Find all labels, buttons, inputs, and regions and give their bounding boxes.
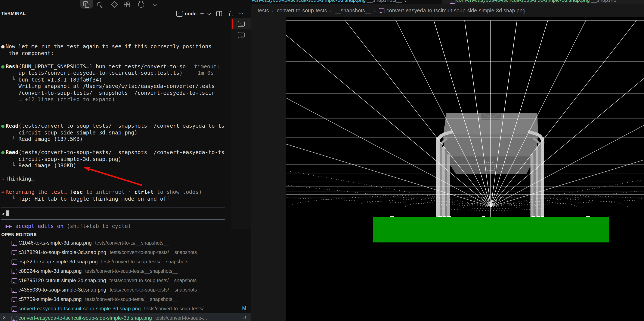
terminal-icon: ›_ xyxy=(238,21,244,27)
file-name: convert-easyeda-to-tscircuit-soup-side-s… xyxy=(18,315,152,321)
file-path: tests/convert-to-soup-tests/__snapshots_… xyxy=(101,259,250,264)
terminal-line: /convert-to-soup-tests/__snapshots__/con… xyxy=(0,89,230,96)
open-editor-row[interactable]: C1046-to-ts-simple-3d.snap.pngtests/conv… xyxy=(0,238,250,248)
file-path: tests/convert-to-soup-tests/__snapshots_… xyxy=(85,297,250,302)
open-editor-row[interactable]: c88224-simple-3d.snap.pngtests/convert-t… xyxy=(0,266,250,276)
extensions-icon[interactable] xyxy=(120,0,132,9)
terminal-text: the component: xyxy=(6,50,54,56)
solder-pad xyxy=(447,216,450,217)
close-icon[interactable]: × xyxy=(2,315,7,321)
terminal-line: ∴Thinking… xyxy=(0,175,230,182)
open-editor-row[interactable]: esp32-to-soup-simple-3d.snap.pngtests/co… xyxy=(0,257,250,266)
terminal-text: (tests/convert-to-soup-tests/__snapshots… xyxy=(18,123,224,129)
terminal-text: circuit-soup-side-simple-3d.snap.png) xyxy=(6,129,138,136)
terminal-line xyxy=(0,182,230,189)
terminal-line xyxy=(0,116,230,123)
terminal-line: up-tests/convert-easyeda-to-tscircuit-so… xyxy=(0,70,230,76)
open-editor-row[interactable]: c3178291-to-soup-simple-3d.snap.pngtests… xyxy=(0,248,250,257)
solder-pad xyxy=(536,216,540,217)
open-editor-row[interactable]: c4355039-to-soup-simple-3d.snap.pngtests… xyxy=(0,285,250,295)
tab-label-part: __snapshots__ xyxy=(366,0,402,3)
open-editor-row[interactable]: c19795120-cutout-simple-3d.snap.pngtests… xyxy=(0,276,250,285)
open-editor-row[interactable]: c57759-simple-3d.snap.pngtests/convert-t… xyxy=(0,295,250,304)
text-cursor xyxy=(6,210,9,216)
terminal-line: circuit-soup-side-simple-3d.snap.png) xyxy=(0,129,230,136)
shell-label[interactable]: node xyxy=(185,10,196,17)
search-icon[interactable] xyxy=(94,0,106,9)
terminal-line: ●Bash(BUN_UPDATE_SNAPSHOTS=1 bun test te… xyxy=(0,63,230,70)
snapshot-3d-image xyxy=(286,17,644,321)
pcb-board xyxy=(372,216,608,242)
breadcrumb-item[interactable]: __snapshots__ xyxy=(334,7,371,13)
terminal-text: └ xyxy=(6,195,18,202)
breadcrumb-separator-icon: › xyxy=(330,7,332,13)
editor-tab-active[interactable]: convert-easyeda-to-tscircuit-soup-side-s… xyxy=(442,0,644,4)
breadcrumb: tests›convert-to-soup-tests›__snapshots_… xyxy=(258,7,526,13)
more-actions-icon[interactable]: ⋯ xyxy=(238,10,244,17)
image-file-icon xyxy=(12,278,17,283)
app-window: TERMINAL ›_ node + ⋯ ●Now let me run the… xyxy=(0,0,644,321)
terminal-text: Tip: Hit tab to toggle thinking mode on … xyxy=(18,195,170,202)
breadcrumb-item[interactable]: tests xyxy=(258,7,269,13)
open-editors-section: OPEN EDITORS C1046-to-ts-simple-3d.snap.… xyxy=(0,229,250,321)
chevron-down-icon[interactable] xyxy=(149,0,161,9)
terminal-text: Bash xyxy=(6,63,18,69)
open-editor-row[interactable]: convert-easyeda-to-tscircuit-soup-simple… xyxy=(0,304,250,313)
terminal-text: bun test v1.3.1 (89fa0f34) xyxy=(18,76,102,83)
terminal-text: /convert-to-soup-tests/__snapshots__/con… xyxy=(6,89,215,96)
tab-label: vert-easyeda-to-tscircuit-soup-simple-3d… xyxy=(252,0,408,3)
terminal-lines: ●Now let me run the test again to see if… xyxy=(0,43,230,202)
files-icon[interactable] xyxy=(80,0,92,9)
terminal-line xyxy=(0,142,230,149)
terminal-session[interactable]: ›_ xyxy=(231,18,251,29)
terminal-line: └ Tip: Hit tab to toggle thinking mode o… xyxy=(0,195,230,202)
file-path: tests/convert-to-soup-tests/__snapshots_… xyxy=(110,287,250,292)
terminal-line: the component: xyxy=(0,50,230,56)
solder-pad xyxy=(443,216,446,217)
terminal-text: ( xyxy=(67,189,73,195)
open-editors-title: OPEN EDITORS xyxy=(1,232,37,237)
terminal-text: 1m 0s xyxy=(198,70,214,76)
terminal-text: timeout: xyxy=(194,63,220,70)
terminal-text: Read xyxy=(6,149,18,155)
kill-terminal-icon[interactable] xyxy=(228,10,233,17)
terminal-line xyxy=(0,103,230,109)
terminal-text: circuit-soup-simple-3d.snap.png) xyxy=(6,156,122,162)
terminal-text: ● xyxy=(1,63,4,70)
new-terminal-button[interactable]: + xyxy=(200,10,204,17)
terminal-text: Now let me run the test again to see if … xyxy=(6,43,212,49)
tab-label-part: vert-easyeda-to-tscircuit-soup-simple-3d… xyxy=(252,0,366,3)
breadcrumb-separator-icon: › xyxy=(272,7,274,13)
terminal-dropdown-icon[interactable] xyxy=(208,10,210,17)
terminal-text: (BUN_UPDATE_SNAPSHOTS=1 bun test tests/c… xyxy=(18,63,186,69)
terminal-line: ✳Rerunning the test… (esc to interrupt ·… xyxy=(0,189,230,195)
terminal-session[interactable]: ›_ xyxy=(231,29,251,40)
terminal-icon: ›_ xyxy=(176,10,183,17)
file-name: c19795120-cutout-simple-3d.snap.png xyxy=(18,278,106,284)
terminal-error-indicator xyxy=(232,19,233,29)
terminal-line: ●Read(tests/convert-to-soup-tests/__snap… xyxy=(0,149,230,156)
terminal-panel-title: TERMINAL xyxy=(1,11,26,16)
image-file-icon xyxy=(12,297,17,302)
open-editor-row[interactable]: ×convert-easyeda-to-tscircuit-soup-side-… xyxy=(0,313,250,321)
file-path: tests/convert-to-soup-tests/__snapshots_… xyxy=(85,269,250,274)
accept-edits-toggle[interactable]: ▶▶ accept edits on (shift+tab to cycle) xyxy=(6,223,131,229)
terminal-text: … +12 lines (ctrl+o to expand) xyxy=(18,96,115,102)
image-file-icon xyxy=(12,306,17,312)
solder-pad xyxy=(390,216,394,217)
split-terminal-icon[interactable] xyxy=(216,10,222,17)
terminal-text: ● xyxy=(1,149,4,156)
image-viewer-pane xyxy=(251,17,644,321)
github-icon[interactable] xyxy=(135,0,147,9)
file-path: tests/convert-to-soup-tests/... xyxy=(144,306,250,311)
terminal-text: esc xyxy=(73,189,83,195)
solder-pad xyxy=(541,216,544,217)
terminal-output[interactable]: ●Now let me run the test again to see if… xyxy=(0,18,230,229)
terminal-text: ∴ xyxy=(1,175,4,182)
package-icon[interactable] xyxy=(108,0,120,9)
terminal-line: └ Read image (137.5KB) xyxy=(0,136,230,142)
agent-input-box[interactable]: > xyxy=(1,207,225,220)
editor-tab[interactable]: vert-easyeda-to-tscircuit-soup-simple-3d… xyxy=(251,0,440,4)
breadcrumb-file[interactable]: convert-easyeda-to-tscircuit-soup-side-s… xyxy=(386,7,525,13)
breadcrumb-item[interactable]: convert-to-soup-tests xyxy=(277,7,327,13)
